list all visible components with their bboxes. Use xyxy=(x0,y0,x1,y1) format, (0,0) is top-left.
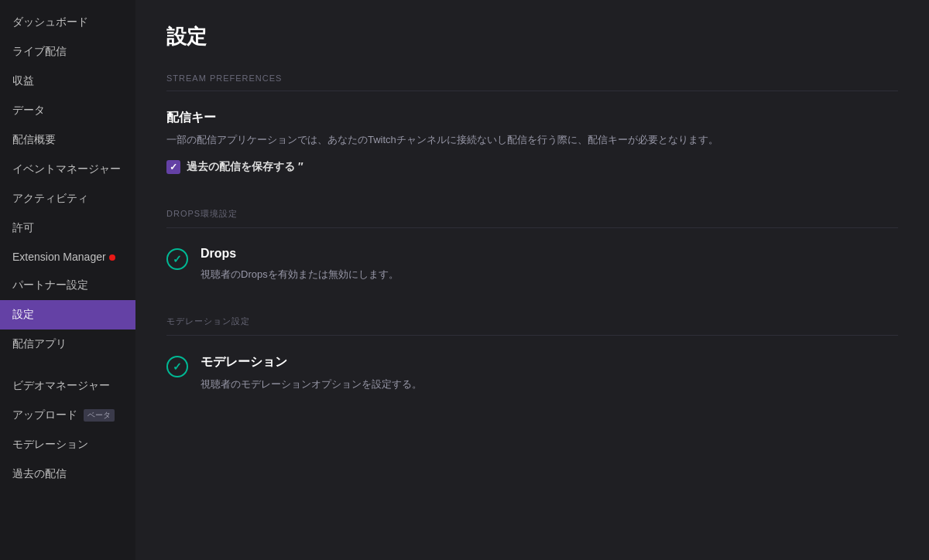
moderation-section: モデレーション設定 モデレーション 視聴者のモデレーションオプションを設定する。 xyxy=(166,316,898,411)
stream-preferences-header: STREAM PREFERENCES xyxy=(166,73,898,91)
moderation-text-block: モデレーション 視聴者のモデレーションオプションを設定する。 xyxy=(201,354,898,392)
moderation-check-icon xyxy=(166,356,188,377)
main-content: 設定 STREAM PREFERENCES 配信キー 一部の配信アプリケーション… xyxy=(135,0,929,560)
drops-check-icon xyxy=(166,248,188,270)
sidebar-item-moderation[interactable]: モデレーション xyxy=(0,430,135,459)
sidebar-item-upload[interactable]: アップロード ベータ xyxy=(0,401,135,430)
sidebar: ダッシュボード ライブ配信 収益 データ 配信概要 イベントマネージャー アクテ… xyxy=(0,0,135,560)
extension-manager-label: Extension Manager xyxy=(12,251,106,263)
beta-badge: ベータ xyxy=(84,409,115,422)
sidebar-item-event-manager[interactable]: イベントマネージャー xyxy=(0,155,135,184)
sidebar-item-live[interactable]: ライブ配信 xyxy=(0,37,135,67)
drops-text-block: Drops 視聴者のDropsを有効または無効にします。 xyxy=(201,247,898,282)
drops-setting: Drops 視聴者のDropsを有効または無効にします。 xyxy=(166,228,898,301)
upload-label: アップロード xyxy=(12,408,77,421)
sidebar-item-revenue[interactable]: 収益 xyxy=(0,67,135,96)
save-past-streams-checkbox[interactable] xyxy=(166,160,180,174)
video-manager-section-label: ビデオマネージャー xyxy=(0,371,135,401)
stream-key-title: 配信キー xyxy=(166,110,898,126)
stream-preferences-section: STREAM PREFERENCES 配信キー 一部の配信アプリケーションでは、… xyxy=(166,73,898,193)
drops-section: DROPS環境設定 Drops 視聴者のDropsを有効または無効にします。 xyxy=(166,208,898,301)
sidebar-item-data[interactable]: データ xyxy=(0,96,135,125)
stream-key-description: 一部の配信アプリケーションでは、あなたのTwitchチャンネルに接続ないし配信を… xyxy=(166,132,755,148)
sidebar-item-streaming-apps[interactable]: 配信アプリ xyxy=(0,330,135,359)
save-past-streams-row: 過去の配信を保存する ″ xyxy=(166,160,898,174)
page-title: 設定 xyxy=(166,23,898,50)
sidebar-item-stream-summary[interactable]: 配信概要 xyxy=(0,125,135,155)
moderation-setting: モデレーション 視聴者のモデレーションオプションを設定する。 xyxy=(166,336,898,411)
sidebar-item-settings[interactable]: 設定 xyxy=(0,300,135,330)
sidebar-item-permissions[interactable]: 許可 xyxy=(0,213,135,243)
moderation-description: 視聴者のモデレーションオプションを設定する。 xyxy=(201,377,789,392)
drops-header: DROPS環境設定 xyxy=(166,208,898,228)
notification-badge xyxy=(109,254,115,261)
drops-description: 視聴者のDropsを有効または無効にします。 xyxy=(201,267,789,282)
sidebar-item-activity[interactable]: アクティビティ xyxy=(0,184,135,213)
moderation-title: モデレーション xyxy=(201,354,898,370)
sidebar-item-past-streams[interactable]: 過去の配信 xyxy=(0,459,135,489)
sidebar-item-dashboard[interactable]: ダッシュボード xyxy=(0,8,135,37)
sidebar-item-extension-manager[interactable]: Extension Manager xyxy=(0,243,135,271)
drops-title: Drops xyxy=(201,247,898,261)
save-past-streams-label: 過去の配信を保存する ″ xyxy=(187,160,303,174)
moderation-header: モデレーション設定 xyxy=(166,316,898,336)
stream-key-setting: 配信キー 一部の配信アプリケーションでは、あなたのTwitchチャンネルに接続な… xyxy=(166,91,898,193)
sidebar-item-partner-settings[interactable]: パートナー設定 xyxy=(0,271,135,300)
